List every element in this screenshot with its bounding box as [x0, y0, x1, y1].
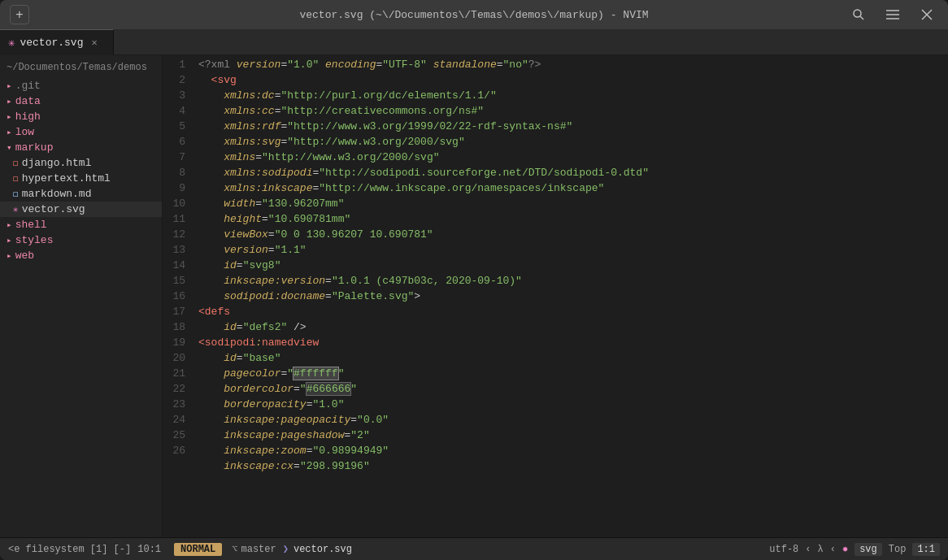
window: + vector.svg (~\/Documentos\/Temas\/demo… [0, 0, 948, 560]
sidebar-item-label: low [15, 126, 34, 138]
sidebar-item-label: vector.svg [22, 203, 85, 215]
folder-icon: ▸ [7, 80, 12, 91]
statusbar-left: <e filesystem [1] [-] 10:1 [8, 544, 161, 555]
sidebar-item-vector[interactable]: ✳ vector.svg [0, 202, 162, 217]
sidebar-item-markdown[interactable]: ◻ markdown.md [0, 186, 162, 202]
main-area: ~/Documentos/Temas/demos ▸ .git ▸ data ▸… [0, 55, 948, 537]
sidebar-item-label: styles [15, 234, 54, 246]
code-body[interactable]: 123456 789101112 131415161718 1920212223… [163, 55, 948, 537]
folder-icon: ▸ [7, 111, 12, 122]
sidebar-item-label: markdown.md [22, 188, 92, 200]
statusbar-branch-icon: ⌥ [232, 543, 237, 555]
new-tab-button[interactable]: + [10, 5, 29, 24]
statusbar-mode: NORMAL [174, 543, 222, 556]
sidebar-item-label: hypertext.html [22, 172, 111, 184]
sidebar-item-hypertext[interactable]: ◻ hypertext.html [0, 171, 162, 186]
statusbar-right: utf-8 ‹ λ ‹ ✸ svg Top 1:1 [769, 543, 940, 556]
close-button[interactable] [915, 3, 938, 26]
statusbar-arrow-prompt: ❯ [283, 543, 289, 555]
folder-icon: ▸ [7, 219, 12, 230]
svg-point-0 [854, 10, 861, 17]
svg-line-1 [860, 16, 863, 20]
statusbar-branch: master [241, 544, 276, 555]
titlebar: + vector.svg (~\/Documentos\/Temas\/demo… [0, 0, 948, 29]
statusbar-filename: vector.svg [294, 544, 352, 555]
statusbar-line-col: 10:1 [137, 544, 161, 555]
line-numbers: 123456 789101112 131415161718 1920212223… [163, 55, 192, 537]
sidebar-item-markup[interactable]: ▾ markup [0, 140, 162, 155]
sidebar-item-label: markup [15, 141, 54, 154]
tab-close-button[interactable]: ✕ [91, 37, 97, 49]
sidebar-item-label: high [15, 111, 41, 123]
search-button[interactable] [847, 3, 870, 26]
statusbar-star: ✸ [842, 543, 848, 555]
statusbar-arrow1: ‹ [805, 544, 811, 555]
statusbar: <e filesystem [1] [-] 10:1 NORMAL ⌥ mast… [0, 537, 948, 560]
code-editor[interactable]: <?xml version="1.0" encoding="UTF-8" sta… [192, 55, 948, 537]
active-tab[interactable]: ✳ vector.svg ✕ [0, 29, 114, 55]
editor-area: 123456 789101112 131415161718 1920212223… [163, 55, 948, 537]
statusbar-fs-text: <e filesystem [1] [-] [8, 544, 131, 555]
sidebar-item-label: shell [15, 219, 47, 231]
tab-filename: vector.svg [20, 37, 83, 49]
statusbar-position: 1:1 [912, 543, 940, 556]
window-title: vector.svg (~\/Documentos\/Temas\/demos\… [299, 9, 648, 21]
statusbar-filetype: svg [855, 543, 882, 556]
sidebar: ~/Documentos/Temas/demos ▸ .git ▸ data ▸… [0, 55, 163, 537]
sidebar-item-git[interactable]: ▸ .git [0, 78, 162, 93]
statusbar-top: Top [889, 544, 907, 555]
sidebar-item-label: .git [15, 80, 41, 92]
sidebar-item-label: django.html [22, 157, 92, 169]
folder-open-icon: ▾ [7, 142, 12, 153]
titlebar-left: + [10, 5, 29, 24]
sidebar-item-django[interactable]: ◻ django.html [0, 155, 162, 171]
html-file-icon: ◻ [13, 173, 19, 184]
sidebar-path: ~/Documentos/Temas/demos [0, 60, 162, 78]
md-file-icon: ◻ [13, 189, 19, 199]
tab-modified-icon: ✳ [8, 36, 15, 50]
statusbar-arrow2: ‹ [830, 544, 836, 555]
sidebar-item-shell[interactable]: ▸ shell [0, 217, 162, 232]
close-icon [921, 9, 933, 20]
titlebar-right [847, 3, 938, 26]
sidebar-item-low[interactable]: ▸ low [0, 124, 162, 140]
sidebar-item-label: data [15, 95, 41, 107]
search-icon [852, 8, 865, 21]
sidebar-item-label: web [15, 250, 34, 262]
menu-icon [886, 9, 899, 20]
sidebar-item-data[interactable]: ▸ data [0, 93, 162, 109]
sidebar-item-web[interactable]: ▸ web [0, 248, 162, 263]
tabs-bar: ✳ vector.svg ✕ [0, 29, 948, 55]
folder-icon: ▸ [7, 250, 12, 261]
html-file-icon: ◻ [13, 158, 19, 168]
menu-button[interactable] [881, 3, 904, 26]
folder-icon: ▸ [7, 96, 12, 106]
folder-icon: ▸ [7, 127, 12, 137]
sidebar-item-styles[interactable]: ▸ styles [0, 232, 162, 248]
statusbar-lambda: λ [818, 544, 824, 555]
svg-file-icon: ✳ [13, 204, 19, 215]
sidebar-item-high[interactable]: ▸ high [0, 109, 162, 124]
statusbar-encoding: utf-8 [769, 544, 798, 555]
folder-icon: ▸ [7, 235, 12, 245]
